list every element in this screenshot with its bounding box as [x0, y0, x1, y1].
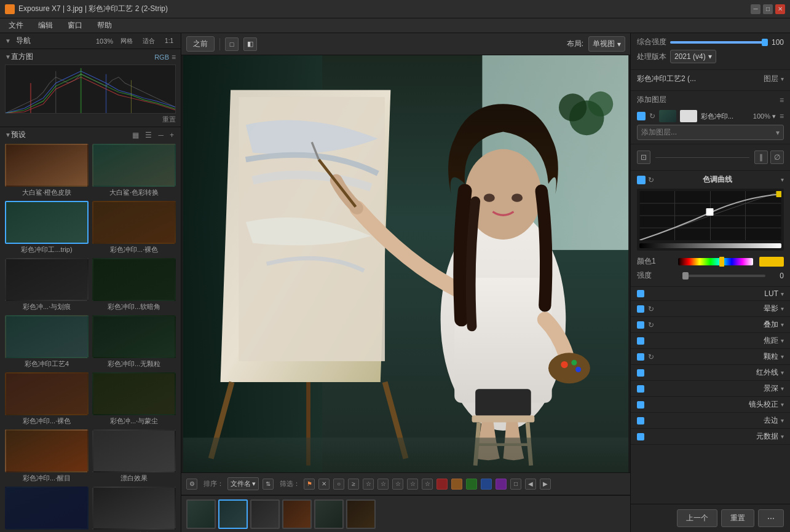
layers-more-icon[interactable]: ≡	[780, 96, 784, 104]
prev-button[interactable]: 上一个	[677, 509, 717, 527]
overlay-toggle[interactable]	[637, 321, 644, 329]
color1-swatch[interactable]	[759, 257, 784, 267]
list-item[interactable]: 彩色冲印工...trip)	[5, 201, 89, 254]
filter-circle-btn[interactable]: ○	[333, 479, 344, 490]
lut-expand-icon[interactable]: ▾	[781, 291, 784, 297]
overlay-refresh-icon[interactable]: ↻	[648, 321, 654, 329]
filter-star4-btn[interactable]: ☆	[407, 479, 418, 490]
lens-toggle[interactable]	[637, 401, 644, 409]
histogram-more[interactable]: ≡	[172, 53, 176, 61]
filter-star2-btn[interactable]: ☆	[377, 479, 389, 490]
sort-order-btn[interactable]: ⇅	[263, 479, 274, 490]
grain-refresh-icon[interactable]: ↻	[648, 353, 654, 361]
curve-refresh-icon[interactable]: ↻	[648, 176, 654, 184]
menu-window[interactable]: 窗口	[64, 19, 86, 32]
menu-file[interactable]: 文件	[5, 19, 27, 32]
list-item[interactable]: 大白鲨·橙色皮肤	[5, 144, 89, 197]
remove-edge-toggle[interactable]	[637, 417, 644, 424]
filter-star1-btn[interactable]: ☆	[363, 479, 374, 490]
list-item[interactable]: 彩色冲印...·裸色	[92, 201, 176, 254]
vignette-refresh-icon[interactable]: ↻	[648, 305, 654, 313]
list-item[interactable]: 漂白效果	[92, 429, 176, 483]
histogram-mode[interactable]: RGB	[154, 53, 169, 61]
intensity-slider[interactable]	[670, 41, 768, 44]
nav-collapse[interactable]	[5, 37, 11, 44]
grain-toggle[interactable]	[637, 353, 644, 361]
filter-red-btn[interactable]	[436, 479, 448, 490]
metadata-toggle[interactable]	[637, 433, 644, 440]
focus-expand-icon[interactable]: ▾	[781, 337, 784, 344]
more-button[interactable]: ⋯	[758, 509, 784, 527]
nav-ratio[interactable]: 1:1	[162, 37, 176, 45]
settings-icon-btn[interactable]: ⚙	[186, 479, 197, 490]
add-layer-dropdown[interactable]: 添加图层... ▾	[637, 125, 784, 140]
filter-prev-btn[interactable]: ◀	[525, 479, 536, 490]
reset-button[interactable]: 重置	[721, 509, 754, 527]
view-icon-1[interactable]: □	[225, 37, 239, 51]
vignette-toggle[interactable]	[637, 305, 644, 313]
curve-toggle[interactable]	[637, 176, 646, 184]
minimize-button[interactable]: ─	[751, 4, 760, 14]
list-item[interactable]: 彩色冲...·与蒙尘	[92, 372, 176, 426]
layer-refresh-icon[interactable]: ↻	[649, 112, 655, 120]
filter-square-btn[interactable]: □	[510, 479, 521, 490]
filter-orange-btn[interactable]	[451, 479, 462, 490]
lut-toggle[interactable]	[637, 290, 644, 297]
filter-flag-btn[interactable]: ⚑	[304, 479, 315, 490]
filter-gte-btn[interactable]: ≥	[348, 479, 359, 490]
filter-blue-btn[interactable]	[481, 479, 492, 490]
thumb-5[interactable]	[314, 499, 344, 529]
lens-expand-icon[interactable]: ▾	[781, 401, 784, 408]
layout-dropdown[interactable]: 单视图 ▾	[588, 36, 625, 52]
list-item[interactable]: 彩色冲印工艺4	[5, 315, 89, 369]
view-icon-2[interactable]: ◧	[243, 37, 257, 51]
dof-toggle[interactable]	[637, 385, 644, 393]
layer-more-icon[interactable]: ≡	[780, 112, 784, 120]
grain-expand-icon[interactable]: ▾	[781, 353, 784, 360]
vignette-expand-icon[interactable]: ▾	[781, 305, 784, 312]
thumb-3[interactable]	[250, 499, 280, 529]
curve-container[interactable]	[637, 189, 784, 251]
layer-toggle[interactable]	[637, 112, 646, 120]
color1-picker[interactable]	[678, 258, 753, 265]
intensity-slider2[interactable]	[682, 275, 765, 277]
remove-edge-expand-icon[interactable]: ▾	[781, 417, 784, 424]
nav-fit[interactable]: 适合	[140, 36, 157, 46]
nav-grid[interactable]: 网格	[118, 36, 135, 46]
list-item[interactable]: 彩色冲印...软暗角	[92, 258, 176, 311]
thumb-2[interactable]	[218, 499, 248, 529]
version-dropdown[interactable]: 2021 (v4) ▾	[670, 50, 716, 63]
infrared-expand-icon[interactable]: ▾	[781, 369, 784, 376]
list-item[interactable]: 漂白效...·高高光	[92, 487, 176, 532]
histogram-reset[interactable]: 重置	[5, 115, 176, 124]
metadata-expand-icon[interactable]: ▾	[781, 433, 784, 440]
menu-help[interactable]: 帮助	[93, 19, 116, 32]
filter-x-btn[interactable]: ✕	[318, 479, 330, 490]
list-item[interactable]: 彩色冲印...·裸色	[5, 372, 89, 426]
menu-edit[interactable]: 编辑	[34, 19, 57, 32]
thumb-4[interactable]	[282, 499, 312, 529]
brush-tool-btn[interactable]: ∥	[754, 151, 768, 164]
filter-purple-btn[interactable]	[496, 479, 507, 490]
sort-dropdown[interactable]: 文件名 ▾	[227, 477, 259, 490]
dof-expand-icon[interactable]: ▾	[781, 385, 784, 392]
eraser-tool-btn[interactable]: ∅	[770, 151, 784, 164]
preset-minus-btn[interactable]: ─	[156, 130, 165, 140]
focus-toggle[interactable]	[637, 337, 644, 345]
filter-green-btn[interactable]	[466, 479, 477, 490]
list-item[interactable]: 漂白效果·偏青色	[5, 487, 89, 532]
presets-collapse[interactable]	[5, 131, 11, 138]
maximize-button[interactable]: □	[763, 4, 773, 14]
list-item[interactable]: 大白鲨·色彩转换	[92, 144, 176, 197]
close-button[interactable]: ✕	[775, 4, 785, 14]
infrared-toggle[interactable]	[637, 369, 644, 377]
overlay-expand-icon[interactable]: ▾	[781, 321, 784, 328]
list-item[interactable]: 彩色冲...·与划痕	[5, 258, 89, 311]
before-button[interactable]: 之前	[186, 36, 215, 52]
image-viewer[interactable]	[181, 55, 630, 472]
filter-star3-btn[interactable]: ☆	[392, 479, 403, 490]
filter-star5-btn[interactable]: ☆	[422, 479, 433, 490]
preset-add-btn[interactable]: +	[168, 130, 176, 140]
crop-tool-btn[interactable]: ⊡	[637, 151, 650, 164]
list-item[interactable]: 彩色冲印...·醒目	[5, 429, 89, 483]
